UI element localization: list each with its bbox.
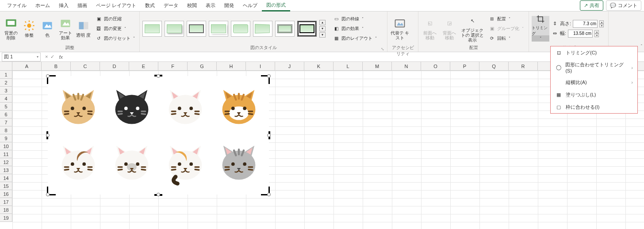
color-button[interactable]: 色 (39, 15, 55, 43)
column-header[interactable]: N (392, 62, 421, 70)
column-header[interactable]: F (158, 62, 188, 70)
row-header[interactable]: 11 (0, 150, 12, 158)
style-thumb[interactable] (165, 21, 184, 37)
bring-forward-button[interactable]: ◱ 前面へ 移動 (421, 15, 439, 43)
column-header[interactable]: E (129, 62, 158, 70)
style-thumb[interactable] (231, 21, 250, 37)
crop-menu-item[interactable]: ⊡トリミング(C) (551, 46, 637, 59)
cancel-button[interactable]: × (45, 54, 48, 60)
compress-pictures-button[interactable]: ▣図の圧縮 (93, 15, 137, 23)
style-thumb-selected[interactable] (297, 21, 317, 37)
style-thumb[interactable] (253, 21, 272, 37)
tab-ファイル[interactable]: ファイル (3, 0, 31, 11)
tab-ページ レイアウト[interactable]: ページ レイアウト (92, 0, 141, 11)
column-header[interactable]: B (42, 62, 71, 70)
row-header[interactable]: 10 (0, 142, 12, 150)
row-header[interactable]: 16 (0, 190, 12, 198)
row-header[interactable]: 18 (0, 206, 12, 214)
row-header[interactable]: 8 (0, 126, 12, 134)
row-header[interactable]: 14 (0, 174, 12, 182)
tab-図の形式[interactable]: 図の形式 (262, 0, 290, 11)
crop-menu-item[interactable]: ▢枠に合わせる(I) (551, 101, 637, 113)
tab-挿入[interactable]: 挿入 (54, 0, 73, 11)
style-thumb[interactable] (187, 21, 206, 37)
gallery-down[interactable]: ▾ (319, 26, 326, 31)
transparency-button[interactable]: 透明 度 (75, 15, 92, 43)
corrections-button[interactable]: 修整 (21, 15, 37, 43)
row-header[interactable]: 9 (0, 134, 12, 142)
column-header[interactable]: A (12, 62, 42, 70)
remove-background-button[interactable]: 背景の 削除 (3, 15, 19, 43)
row-header[interactable]: 5 (0, 103, 12, 111)
height-input[interactable] (573, 20, 598, 28)
column-header[interactable]: C (71, 62, 100, 70)
column-header[interactable]: D (100, 62, 129, 70)
tab-データ[interactable]: データ (159, 0, 183, 11)
crop-menu-item[interactable]: ▦塗りつぶし(L) (551, 88, 637, 101)
row-header[interactable]: 12 (0, 158, 12, 166)
column-header[interactable]: J (275, 62, 304, 70)
row-header[interactable]: 3 (0, 87, 12, 95)
row-header[interactable]: 13 (0, 166, 12, 174)
reset-picture-button[interactable]: ↺図のリセット˅ (93, 34, 137, 43)
rotate-button[interactable]: ⟳回転˅ (487, 34, 525, 43)
column-header[interactable]: R (509, 62, 538, 70)
row-header[interactable]: 4 (0, 95, 12, 103)
tab-数式[interactable]: 数式 (141, 0, 159, 11)
crop-menu-item[interactable]: 縦横比(A)› (551, 76, 637, 88)
height-spinner[interactable]: ▴▾ (599, 20, 604, 27)
picture-border-button[interactable]: ▭図の枠線˅ (331, 15, 379, 23)
fx-icon[interactable]: fx (57, 54, 65, 60)
tab-校閲[interactable]: 校閲 (183, 0, 201, 11)
column-header[interactable]: I (246, 62, 275, 70)
width-spinner[interactable]: ▴▾ (594, 30, 599, 37)
cells-area[interactable] (12, 71, 644, 229)
collapse-ribbon-button[interactable]: ˆ (641, 44, 642, 49)
share-button[interactable]: ↗共有 (580, 0, 603, 11)
tab-開発[interactable]: 開発 (220, 0, 238, 11)
select-all-corner[interactable] (0, 62, 12, 71)
crop-button[interactable]: トリミング (532, 16, 549, 35)
row-header[interactable]: 7 (0, 118, 12, 126)
column-header[interactable]: O (421, 62, 450, 70)
selection-pane-button[interactable]: ↖ オブジェクトの 選択と表示 (460, 15, 485, 43)
crop-dropdown[interactable]: ˅ (532, 35, 549, 42)
picture-layout-button[interactable]: ▦図のレイアウト˅ (331, 34, 379, 43)
column-header[interactable]: K (304, 62, 334, 70)
alt-text-button[interactable]: 代替テ キスト (390, 15, 410, 43)
gallery-up[interactable]: ▴ (319, 20, 326, 25)
selected-picture[interactable] (48, 76, 269, 195)
tab-ホーム[interactable]: ホーム (31, 0, 54, 11)
column-header[interactable]: G (188, 62, 217, 70)
picture-effects-button[interactable]: ◧図の効果˅ (331, 24, 379, 33)
change-picture-button[interactable]: 🖼図の変更˅ (93, 24, 137, 33)
tab-ヘルプ[interactable]: ヘルプ (238, 0, 262, 11)
gallery-more[interactable]: ▾ (319, 32, 326, 38)
row-header[interactable]: 6 (0, 111, 12, 118)
column-header[interactable]: Q (479, 62, 509, 70)
column-header[interactable]: H (217, 62, 246, 70)
row-header[interactable]: 17 (0, 198, 12, 206)
style-thumb[interactable] (142, 21, 162, 37)
column-header[interactable]: M (363, 62, 392, 70)
name-box[interactable]: 図 1▾ (2, 53, 41, 61)
column-header[interactable]: L (334, 62, 363, 70)
style-thumb[interactable] (275, 21, 295, 37)
artistic-effects-button[interactable]: アート効果 (57, 15, 73, 43)
width-input[interactable] (568, 30, 593, 38)
comment-button[interactable]: 💬コメント (606, 0, 641, 11)
styles-launcher[interactable]: ⤡ (381, 47, 384, 51)
row-header[interactable]: 2 (0, 79, 12, 87)
column-header[interactable]: P (450, 62, 479, 70)
enter-button[interactable]: ✓ (50, 54, 54, 60)
style-thumb[interactable] (209, 21, 228, 37)
group-button[interactable]: ▣グループ化˅ (487, 24, 525, 33)
tab-表示[interactable]: 表示 (201, 0, 220, 11)
send-backward-button[interactable]: ◲ 背面へ 移動 (441, 15, 458, 43)
crop-menu-item[interactable]: ◯図形に合わせてトリミング(S)› (551, 59, 637, 76)
row-header[interactable]: 1 (0, 71, 12, 79)
row-header[interactable]: 15 (0, 182, 12, 190)
row-header[interactable]: 19 (0, 214, 12, 222)
tab-描画[interactable]: 描画 (73, 0, 92, 11)
align-button[interactable]: ⊞配置˅ (487, 15, 525, 23)
